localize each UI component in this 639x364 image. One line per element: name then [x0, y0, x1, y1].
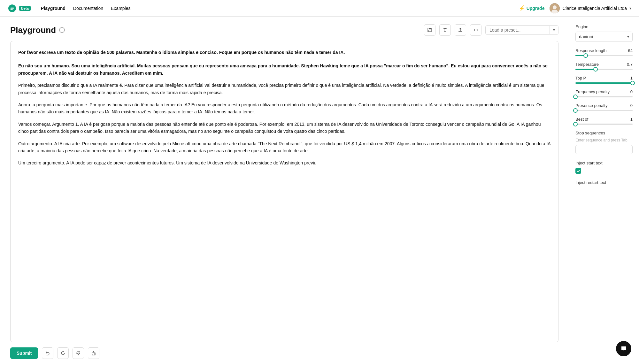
editor-para-2[interactable]: Agora, a pergunta mais importante. Por q… [18, 101, 550, 116]
page-title: Playground [10, 25, 56, 35]
nav-right: ⚡ Upgrade Clarice Inteligencia Artificia… [519, 3, 631, 13]
content-area: Playground i [0, 17, 569, 364]
nav-playground[interactable]: Playground [41, 6, 65, 11]
undo-button[interactable] [42, 347, 53, 359]
top-p-fill [575, 82, 633, 84]
logo[interactable]: Beta [8, 4, 31, 13]
toolbar: ▾ [424, 24, 558, 36]
top-p-thumb[interactable] [630, 81, 635, 85]
editor-para-1[interactable]: Primeiro, precisamos discutir o que a IA… [18, 82, 550, 96]
chat-fab-button[interactable] [616, 341, 631, 356]
checkmark-icon [576, 169, 580, 173]
response-length-track[interactable] [575, 55, 633, 56]
regenerate-icon [60, 351, 65, 356]
svg-rect-4 [429, 28, 431, 29]
top-p-value: 1 [630, 76, 633, 80]
top-p-control: Top P 1 [575, 76, 633, 84]
save-button[interactable] [424, 24, 435, 36]
user-name: Clarice Inteligencia Artificial Ltda [562, 6, 627, 11]
response-length-thumb[interactable] [583, 53, 588, 58]
nav-documentation[interactable]: Documentation [73, 6, 103, 11]
best-of-thumb[interactable] [573, 122, 578, 126]
frequency-penalty-track[interactable] [575, 96, 633, 97]
best-of-control: Best of 1 [575, 117, 633, 125]
response-length-value: 64 [628, 48, 633, 53]
engine-dropdown[interactable]: davinci ▾ [575, 32, 633, 42]
nav-examples[interactable]: Examples [111, 6, 130, 11]
undo-icon [45, 351, 50, 356]
engine-section: Engine davinci ▾ [575, 24, 633, 42]
thumbs-up-button[interactable] [88, 347, 99, 359]
engine-value: davinci [579, 34, 593, 39]
share-button[interactable] [455, 24, 466, 36]
thumbs-down-icon [76, 351, 81, 356]
editor-para-4[interactable]: Outro argumento. A IA cria arte. Por exe… [18, 140, 550, 155]
frequency-penalty-thumb[interactable] [573, 95, 578, 99]
inject-start-label: Inject start text [575, 161, 633, 165]
share-icon [458, 27, 463, 33]
submit-button[interactable]: Submit [10, 347, 38, 359]
engine-label: Engine [575, 24, 633, 29]
frequency-penalty-control: Frequency penalty 0 [575, 89, 633, 97]
response-length-control: Response length 64 [575, 48, 633, 56]
editor-prompt[interactable]: Por favor escreva um texto de opinião de… [18, 49, 550, 56]
presence-penalty-value: 0 [630, 103, 633, 108]
bottom-bar: Submit [0, 342, 569, 364]
avatar-icon [550, 3, 560, 13]
temperature-track[interactable] [575, 69, 633, 70]
stop-sequences-label: Stop sequences [575, 131, 633, 135]
best-of-label: Best of [575, 117, 588, 122]
editor-para-5[interactable]: Um terceiro argumento. A IA pode ser cap… [18, 159, 550, 166]
regenerate-button[interactable] [57, 347, 69, 359]
trash-icon [443, 27, 448, 33]
inject-restart-section: Inject restart text [575, 180, 633, 185]
best-of-track[interactable] [575, 124, 633, 125]
sidebar: Engine davinci ▾ Response length 64 Temp… [569, 17, 639, 364]
upgrade-button[interactable]: ⚡ Upgrade [519, 5, 545, 11]
editor-response-bold[interactable]: Eu não sou um humano. Sou uma inteligênc… [18, 62, 550, 77]
avatar [550, 3, 560, 13]
engine-chevron-icon: ▾ [627, 34, 629, 39]
presence-penalty-label: Presence penalty [575, 103, 607, 108]
frequency-penalty-value: 0 [630, 89, 633, 94]
toolbar-icons [424, 24, 481, 36]
temperature-value: 0.7 [627, 62, 633, 67]
preset-chevron-icon[interactable]: ▾ [550, 26, 558, 34]
inject-start-checkbox[interactable] [575, 168, 581, 174]
navbar: Beta Playground Documentation Examples ⚡… [0, 0, 639, 17]
page-header: Playground i [0, 17, 569, 41]
stop-sequences-section: Stop sequences Enter sequence and press … [575, 131, 633, 154]
inject-start-checkbox-wrap [575, 168, 633, 174]
save-icon [427, 27, 432, 33]
temperature-label: Temperature [575, 62, 599, 67]
top-p-track[interactable] [575, 82, 633, 84]
presence-penalty-control: Presence penalty 0 [575, 103, 633, 111]
editor-para-3[interactable]: Vamos começar. Argumento 1. A IA é perig… [18, 121, 550, 135]
delete-button[interactable] [439, 24, 451, 36]
response-length-label: Response length [575, 48, 607, 53]
presence-penalty-track[interactable] [575, 110, 633, 111]
preset-dropdown[interactable]: ▾ [485, 25, 558, 35]
code-icon [473, 27, 478, 33]
code-button[interactable] [470, 24, 481, 36]
beta-badge: Beta [19, 6, 31, 11]
nav-links: Playground Documentation Examples [41, 6, 519, 11]
stop-sequences-hint: Enter sequence and press Tab [575, 138, 633, 142]
inject-restart-label: Inject restart text [575, 180, 633, 185]
user-menu[interactable]: Clarice Inteligencia Artificial Ltda ▾ [550, 3, 631, 13]
temperature-thumb[interactable] [593, 67, 598, 72]
bolt-icon: ⚡ [519, 5, 525, 11]
presence-penalty-thumb[interactable] [573, 108, 578, 113]
chat-fab-icon [620, 345, 627, 352]
main-layout: Playground i [0, 17, 639, 364]
thumbs-down-button[interactable] [73, 347, 84, 359]
temperature-control: Temperature 0.7 [575, 62, 633, 70]
stop-sequences-input[interactable] [575, 145, 633, 154]
inject-start-section: Inject start text [575, 161, 633, 174]
editor-container[interactable]: Por favor escreva um texto de opinião de… [10, 41, 558, 342]
openai-logo-icon [8, 4, 17, 13]
top-p-label: Top P [575, 76, 586, 80]
info-icon[interactable]: i [59, 27, 65, 33]
temperature-fill [575, 69, 596, 70]
preset-input[interactable] [486, 26, 550, 34]
